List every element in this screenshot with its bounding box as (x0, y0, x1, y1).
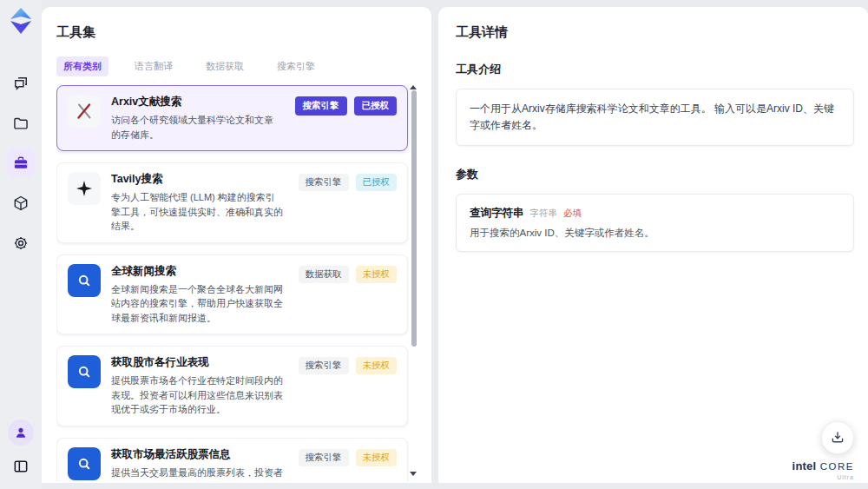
tab-3[interactable]: 搜索引擎 (270, 56, 322, 76)
tab-0[interactable]: 所有类别 (56, 56, 108, 76)
status-badge: 已授权 (354, 96, 398, 116)
tab-1[interactable]: 语言翻译 (128, 56, 180, 76)
tool-title: 获取市场最活跃股票信息 (111, 447, 285, 462)
tool-title: Tavily搜索 (111, 172, 285, 187)
stock-icon (68, 447, 101, 480)
tool-description: 提供当天交易量最高的股票列表，投资者可以利用这些信息来识别流动性强的股票和潜在的… (111, 466, 285, 482)
user-icon[interactable] (8, 420, 34, 446)
sparkle-icon (68, 172, 101, 205)
param-name: 查询字符串 (470, 206, 524, 221)
tool-description: 提供股票市场各个行业在特定时间段内的表现。投资者可以利用这些信息来识别表现优于或… (111, 373, 285, 417)
folder-icon[interactable] (7, 109, 35, 137)
params-heading: 参数 (456, 167, 854, 182)
detail-title: 工具详情 (456, 24, 854, 41)
tool-list-viewport: Arxiv文献搜索 访问各个研究领域大量科学论文和文章的存储库。 搜索引擎 已授… (56, 85, 417, 481)
app-logo (8, 7, 34, 35)
category-badge: 搜索引擎 (295, 96, 347, 116)
tool-title: 全球新闻搜索 (111, 264, 285, 279)
panel-toggle-icon[interactable] (7, 453, 35, 480)
param-box: 查询字符串 字符串 必填 用于搜索的Arxiv ID、关键字或作者姓名。 (456, 194, 854, 252)
tool-detail-panel: 工具详情 工具介绍 一个用于从Arxiv存储库搜索科学论文和文章的工具。 输入可… (438, 7, 868, 483)
stock-icon (68, 355, 101, 388)
intro-box: 一个用于从Arxiv存储库搜索科学论文和文章的工具。 输入可以是Arxiv ID… (456, 89, 854, 146)
tool-list-item[interactable]: Arxiv文献搜索 访问各个研究领域大量科学论文和文章的存储库。 搜索引擎 已授… (56, 85, 408, 151)
intel-core-logo: intel CORE Ultra (792, 459, 854, 480)
category-badge: 搜索引擎 (299, 449, 349, 466)
tool-description: 全球新闻搜索是一个聚合全球各大新闻网站内容的搜索引擎，帮助用户快速获取全球最新资… (111, 282, 285, 326)
tool-list: Arxiv文献搜索 访问各个研究领域大量科学论文和文章的存储库。 搜索引擎 已授… (56, 85, 417, 481)
status-badge: 已授权 (356, 174, 398, 191)
status-badge: 未授权 (356, 266, 398, 283)
download-button[interactable] (821, 421, 854, 454)
scrollbar-thumb[interactable] (411, 90, 417, 347)
tool-description: 专为人工智能代理 (LLM) 构建的搜索引擎工具，可快速提供实时、准确和真实的结… (111, 190, 285, 234)
tool-list-panel: 工具集 所有类别语言翻译数据获取搜索引擎 Arxiv文献搜索 访问各个研究领域大… (42, 7, 431, 483)
page-title: 工具集 (56, 24, 417, 41)
tab-2[interactable]: 数据获取 (199, 56, 251, 76)
scroll-down-arrow[interactable] (410, 472, 417, 476)
status-badge: 未授权 (356, 449, 398, 466)
tool-title: Arxiv文献搜索 (111, 95, 281, 109)
tool-list-item[interactable]: Tavily搜索 专为人工智能代理 (LLM) 构建的搜索引擎工具，可快速提供实… (56, 162, 408, 243)
scroll-up-arrow[interactable] (410, 85, 417, 89)
status-badge: 未授权 (356, 357, 398, 374)
cube-icon[interactable] (7, 189, 35, 217)
globalnews-icon (68, 264, 101, 297)
toolbox-icon[interactable] (7, 149, 35, 177)
tool-description: 访问各个研究领域大量科学论文和文章的存储库。 (111, 113, 281, 142)
chat-icon[interactable] (7, 69, 35, 97)
category-tabs: 所有类别语言翻译数据获取搜索引擎 (56, 56, 417, 76)
param-type: 字符串 (530, 208, 558, 220)
tool-title: 获取股市各行业表现 (111, 355, 285, 370)
arxiv-icon (68, 95, 101, 128)
param-required-badge: 必填 (563, 208, 582, 220)
gear-icon[interactable] (7, 229, 35, 257)
param-description: 用于搜索的Arxiv ID、关键字或作者姓名。 (470, 227, 840, 240)
left-rail (0, 0, 42, 489)
category-badge: 数据获取 (299, 266, 349, 283)
tool-list-item[interactable]: 获取股市各行业表现 提供股票市场各个行业在特定时间段内的表现。投资者可以利用这些… (56, 346, 408, 426)
category-badge: 搜索引擎 (299, 357, 349, 374)
intro-heading: 工具介绍 (456, 62, 854, 77)
category-badge: 搜索引擎 (299, 174, 349, 191)
tool-list-item[interactable]: 全球新闻搜索 全球新闻搜索是一个聚合全球各大新闻网站内容的搜索引擎，帮助用户快速… (56, 254, 408, 335)
scrollbar[interactable] (411, 85, 417, 481)
intro-text: 一个用于从Arxiv存储库搜索科学论文和文章的工具。 输入可以是Arxiv ID… (470, 101, 840, 134)
download-icon (830, 430, 845, 446)
tool-list-item[interactable]: 获取市场最活跃股票信息 提供当天交易量最高的股票列表，投资者可以利用这些信息来识… (56, 438, 408, 482)
